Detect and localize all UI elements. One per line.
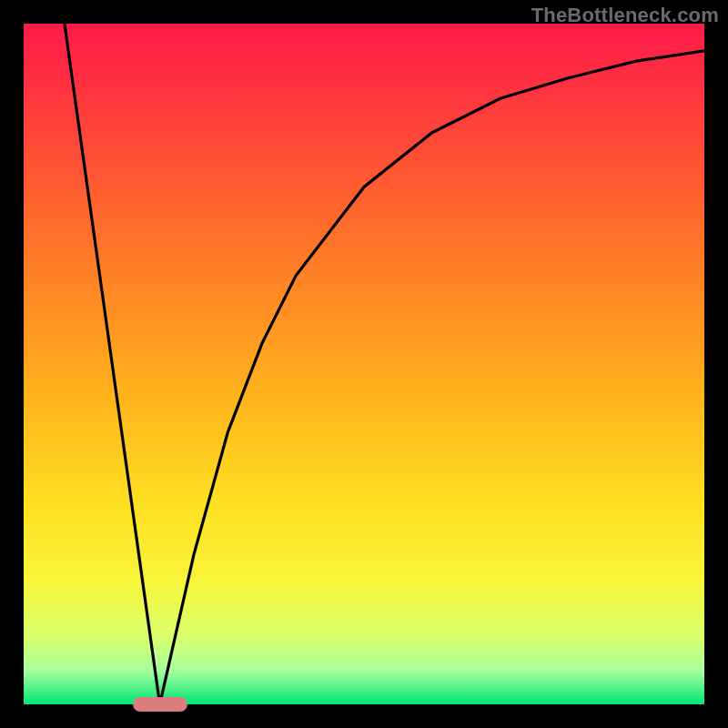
chart-frame: TheBottleneck.com	[0, 0, 728, 728]
watermark-text: TheBottleneck.com	[531, 4, 719, 27]
plot-background	[24, 24, 704, 704]
chart-svg	[24, 24, 704, 704]
series-right-rising-curve	[160, 51, 704, 704]
minimum-marker	[133, 697, 187, 712]
series-left-linear-drop	[65, 24, 160, 704]
